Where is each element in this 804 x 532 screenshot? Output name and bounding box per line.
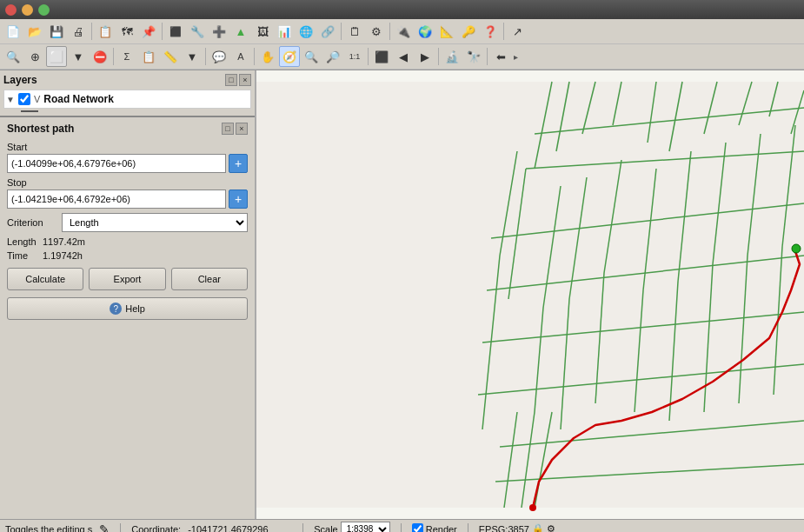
coordinate-label: Coordinate: [131, 524, 181, 533]
web-button[interactable]: 🌍 [415, 21, 435, 42]
sp-close-button[interactable]: × [236, 123, 248, 135]
toolbars: 📄 📂 💾 🖨 📋 🗺 📌 ⬛ 🔧 ➕ ▲ 🖼 📊 🌐 🔗 🗒 ⚙ 🔌 🌍 📐 … [0, 19, 804, 70]
stop-pick-button[interactable]: + [229, 190, 248, 209]
add-wms-button[interactable]: 🌐 [296, 21, 316, 42]
layers-close-button[interactable]: × [239, 74, 251, 86]
editing-status-text: Toggles the editing s [5, 524, 92, 533]
toolbar-separator-7 [205, 48, 206, 65]
zoom-next-button[interactable]: ▶ [415, 46, 435, 67]
scale-select[interactable]: 1:8398 [341, 522, 390, 533]
digitize-button[interactable]: ⬛ [165, 21, 186, 42]
clear-button[interactable]: Clear [171, 268, 248, 290]
zoom-full-button[interactable]: ⬛ [371, 46, 392, 67]
lock-icon: 🔒 [532, 523, 544, 532]
zoom-box-button[interactable]: 🔬 [442, 46, 462, 67]
length-value: 1197.42m [43, 236, 85, 247]
snap-button[interactable]: 🔧 [187, 21, 208, 42]
stop-input[interactable] [7, 190, 226, 209]
stop-row: Stop + [7, 177, 248, 209]
stop-label: Stop [7, 177, 248, 188]
zoom-prev-button[interactable]: ◀ [393, 46, 414, 67]
toolbar-separator-2 [162, 23, 163, 40]
start-input-row: + [7, 154, 248, 173]
new-button[interactable]: 📄 [3, 21, 23, 42]
touch-zoom-button[interactable]: 🔍 [3, 46, 23, 67]
zoom-out-button[interactable]: 🔎 [322, 46, 343, 67]
statusbar: Toggles the editing s ✎ Coordinate: -104… [0, 519, 804, 532]
add-raster-button[interactable]: 🖼 [252, 21, 273, 42]
length-row: Length 1197.42m [7, 236, 248, 247]
status-separator-1 [120, 523, 121, 533]
length-label: Length [7, 236, 37, 247]
more-tools[interactable]: ▸ [512, 50, 520, 63]
back-button[interactable]: ⬅ [490, 46, 511, 67]
paste-button[interactable]: 📌 [138, 21, 159, 42]
select-tool-button[interactable]: ⬜ [46, 46, 67, 67]
zoom-in-tool-button[interactable]: ⊕ [24, 46, 45, 67]
save-button[interactable]: 💾 [46, 21, 67, 42]
toolbar-separator-1 [91, 23, 92, 40]
start-input[interactable] [7, 154, 226, 173]
add-wfs-button[interactable]: 🔗 [317, 21, 338, 42]
what-is-button[interactable]: ↗ [507, 21, 528, 42]
scale-box: Scale 1:8398 [314, 522, 390, 533]
compose-button[interactable]: 📋 [95, 21, 116, 42]
export-button[interactable]: Export [89, 268, 165, 290]
map-area[interactable] [256, 70, 804, 519]
layers-header: Layers □ × [3, 74, 251, 86]
identify-button[interactable]: 🔑 [458, 21, 479, 42]
criterion-select[interactable]: Length Time [62, 213, 248, 232]
help-label: Help [125, 303, 145, 314]
zoom-in-button[interactable]: 🔍 [301, 46, 322, 67]
render-checkbox-row[interactable]: Render [412, 523, 457, 532]
add-vector-button[interactable]: ▲ [230, 21, 251, 42]
toolbar-separator-3 [341, 23, 342, 40]
field-calc-button[interactable]: 📐 [436, 21, 457, 42]
settings-icon[interactable]: ⚙ [547, 523, 555, 532]
pan-button[interactable]: ✋ [257, 46, 278, 67]
layer-visibility-checkbox[interactable] [18, 93, 30, 105]
editing-cursor-icon: ✎ [99, 522, 110, 533]
print-button[interactable]: 🖨 [68, 21, 89, 42]
time-row: Time 1.19742h [7, 250, 248, 261]
help-button[interactable]: ❓ [480, 21, 501, 42]
label-button[interactable]: A [230, 46, 251, 67]
layer-vis-icon: V [34, 94, 40, 104]
criterion-row: Criterion Length Time [7, 213, 248, 232]
maximize-button[interactable] [38, 4, 50, 16]
start-pick-button[interactable]: + [229, 154, 248, 173]
zoom-actual-button[interactable]: 1:1 [344, 46, 365, 67]
processing-button[interactable]: ⚙ [366, 21, 387, 42]
help-button-sp[interactable]: ? Help [7, 297, 248, 320]
add-delimited-button[interactable]: 📊 [274, 21, 295, 42]
minimize-button[interactable] [22, 4, 33, 16]
measure-arrow-button[interactable]: ▼ [182, 46, 203, 67]
field-calc2-button[interactable]: Σ [116, 46, 137, 67]
close-button[interactable] [5, 4, 17, 16]
atlas-button[interactable]: 🗺 [116, 21, 137, 42]
pan-map-button[interactable]: 🧭 [279, 46, 300, 67]
epsg-box[interactable]: EPSG:3857 🔒 ⚙ [479, 523, 555, 532]
layer-row[interactable]: ▼ V Road Network [3, 90, 251, 109]
render-checkbox[interactable] [412, 523, 423, 532]
plugin-button[interactable]: 🔌 [393, 21, 414, 42]
map-svg [256, 70, 804, 519]
deselect-button[interactable]: ⛔ [90, 46, 110, 67]
measure-button[interactable]: 📏 [160, 46, 181, 67]
sp-minimize-button[interactable]: □ [222, 123, 234, 135]
coordinate-value: -1041721,4679296 [188, 524, 292, 533]
zoom-selection-button[interactable]: 🔭 [463, 46, 484, 67]
select-arrow-button[interactable]: ▼ [68, 46, 89, 67]
status-separator-3 [401, 523, 402, 533]
sp-controls: □ × [222, 123, 248, 135]
layer-expand-icon[interactable]: ▼ [6, 95, 15, 104]
open-button[interactable]: 📂 [24, 21, 45, 42]
layers-minimize-button[interactable]: □ [225, 74, 237, 86]
sp-header: Shortest path □ × [7, 123, 248, 135]
db-manager-button[interactable]: 🗒 [344, 21, 365, 42]
add-layer-button[interactable]: ➕ [209, 21, 229, 42]
calculate-button[interactable]: Calculate [7, 268, 83, 290]
attr-table-button[interactable]: 📋 [138, 46, 159, 67]
layers-section: Layers □ × ▼ V Road Network [0, 70, 255, 117]
annotation-button[interactable]: 💬 [209, 46, 229, 67]
